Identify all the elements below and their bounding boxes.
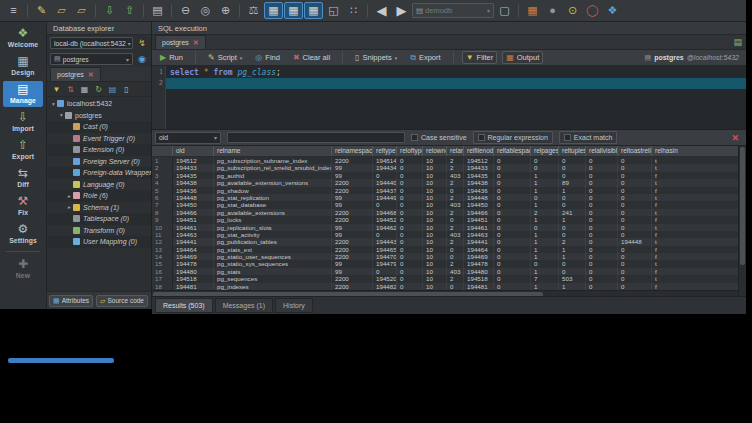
grid-columns-icon[interactable]: ▦: [284, 2, 303, 19]
column-header-relfilenode[interactable]: relfilenode: [464, 146, 494, 156]
cell-reloftype[interactable]: 0: [397, 172, 423, 179]
refresh-icon[interactable]: ↻: [93, 84, 104, 95]
cell-relfilenode[interactable]: 194438: [464, 179, 494, 186]
cell-oid[interactable]: 194436: [173, 187, 214, 194]
cell-relhasin[interactable]: t: [652, 194, 741, 201]
column-header-relam[interactable]: relam: [447, 146, 464, 156]
tree-item-postgres-db[interactable]: ▾postgres: [47, 110, 151, 122]
column-header-reltype[interactable]: reltype: [373, 146, 397, 156]
cell-relallvisible[interactable]: 0: [586, 275, 618, 282]
clear-all-button[interactable]: ✖Clear all: [289, 51, 334, 64]
cell-reltuples[interactable]: 89: [559, 179, 586, 186]
cell-reltablespace[interactable]: 0: [494, 209, 531, 216]
attributes-button[interactable]: ▦Attributes: [49, 295, 93, 307]
tab-sql-postgres[interactable]: postgres ✕: [155, 35, 206, 49]
cell-reltype[interactable]: 194437: [373, 187, 397, 194]
cell-oid[interactable]: 194450: [173, 201, 214, 208]
cell-reltablespace[interactable]: 0: [494, 246, 531, 253]
cell-reltype[interactable]: 194449: [373, 194, 397, 201]
cell-reloftype[interactable]: 0: [397, 216, 423, 223]
column-header-relnamespace[interactable]: relnamespace: [332, 146, 373, 156]
globe-icon[interactable]: ◉: [136, 53, 148, 65]
cell-reloftype[interactable]: 0: [397, 201, 423, 208]
cell-reloftype[interactable]: 0: [397, 238, 423, 245]
cell-relpages[interactable]: 7: [531, 275, 559, 282]
cell-relhasin[interactable]: t: [652, 179, 741, 186]
table-row[interactable]: 9194451pg_locks2200194452010019445101100…: [152, 216, 746, 223]
cell-relfilenode[interactable]: 194435: [464, 172, 494, 179]
cell-relhasin[interactable]: f: [652, 216, 741, 223]
cell-relpages[interactable]: 0: [531, 164, 559, 171]
cell-relam[interactable]: 0: [447, 246, 464, 253]
cell-reltoastrelid[interactable]: 0: [618, 253, 652, 260]
cell-oid[interactable]: 194435: [173, 172, 214, 179]
cell-reloftype[interactable]: 0: [397, 246, 423, 253]
cell-relam[interactable]: 2: [447, 209, 464, 216]
cell-reltype[interactable]: 194482: [373, 283, 397, 290]
new-editor-icon[interactable]: ▤: [733, 37, 742, 47]
cell-relallvisible[interactable]: 0: [586, 194, 618, 201]
cell-reltoastrelid[interactable]: 0: [618, 157, 652, 164]
grid-view-icon[interactable]: ▦: [264, 2, 283, 19]
recent-script-icon[interactable]: ▱: [72, 2, 91, 19]
filter-button[interactable]: ▼Filter: [462, 51, 498, 64]
cell-reltype[interactable]: 194452: [373, 216, 397, 223]
cell-relnamespace[interactable]: 99: [332, 260, 373, 267]
cell-reloftype[interactable]: 0: [397, 187, 423, 194]
cell-reltoastrelid[interactable]: 0: [618, 268, 652, 275]
tree-item-transform[interactable]: Transform (0): [47, 225, 151, 237]
horizontal-scrollbar-thumb[interactable]: [153, 292, 543, 296]
chevron-expanded-icon[interactable]: ▾: [50, 101, 57, 107]
table-row[interactable]: 12194441pg_publication_tables22001944430…: [152, 238, 746, 245]
column-header-relname[interactable]: relname: [214, 146, 332, 156]
cell-relpages[interactable]: 1: [531, 246, 559, 253]
cell-relallvisible[interactable]: 0: [586, 172, 618, 179]
cell-relam[interactable]: 2: [447, 194, 464, 201]
export-icon[interactable]: ⇧: [120, 2, 139, 19]
cell-relam[interactable]: 403: [447, 268, 464, 275]
cell-relnamespace[interactable]: 99: [332, 164, 373, 171]
cell-relhasin[interactable]: t: [652, 209, 741, 216]
cell-reltablespace[interactable]: 0: [494, 164, 531, 171]
script-button[interactable]: ✎Script▾: [204, 51, 246, 64]
column-header-relpages[interactable]: relpages: [531, 146, 559, 156]
donate-icon[interactable]: ⊙: [563, 2, 582, 19]
maximize-icon[interactable]: ◱: [324, 2, 343, 19]
cell-relpages[interactable]: 1: [531, 253, 559, 260]
cell-relallvisible[interactable]: 0: [586, 187, 618, 194]
cell-relhasin[interactable]: f: [652, 231, 741, 238]
snippets-button[interactable]: ▯Snippets▾: [351, 51, 401, 64]
cell-relowner[interactable]: 10: [423, 216, 447, 223]
cell-reltype[interactable]: 194443: [373, 238, 397, 245]
cell-reltuples[interactable]: 503: [559, 275, 586, 282]
cell-oid[interactable]: 194438: [173, 179, 214, 186]
cell-relpages[interactable]: 1: [531, 283, 559, 290]
table-row[interactable]: 7194450pg_stat_database99001040319445001…: [152, 201, 746, 208]
help-icon[interactable]: ◯: [583, 2, 602, 19]
table-row[interactable]: 6194448pg_stat_replication99194449010219…: [152, 194, 746, 201]
cell-relfilenode[interactable]: 194451: [464, 216, 494, 223]
cell-relname[interactable]: pg_available_extensions: [214, 209, 332, 216]
cell-reltoastrelid[interactable]: 0: [618, 194, 652, 201]
connect-icon[interactable]: ↯: [136, 37, 148, 49]
cell-reltablespace[interactable]: 0: [494, 253, 531, 260]
cell-reltuples[interactable]: 0: [559, 164, 586, 171]
hierarchy-icon[interactable]: ∷: [344, 2, 363, 19]
cell-reltablespace[interactable]: 0: [494, 187, 531, 194]
horizontal-scrollbar[interactable]: [152, 290, 746, 296]
cell-relowner[interactable]: 10: [423, 179, 447, 186]
cell-relpages[interactable]: 0: [531, 194, 559, 201]
cell-relallvisible[interactable]: 0: [586, 164, 618, 171]
cell-relhasin[interactable]: t: [652, 238, 741, 245]
cell-relfilenode[interactable]: 194441: [464, 238, 494, 245]
cell-reltuples[interactable]: 1: [559, 283, 586, 290]
cell-relhasin[interactable]: t: [652, 224, 741, 231]
chevron-collapsed-icon[interactable]: ▸: [66, 204, 73, 210]
table-row[interactable]: 4194438pg_available_extension_versions22…: [152, 179, 746, 186]
cell-reltoastrelid[interactable]: 0: [618, 275, 652, 282]
sidebar-item-design[interactable]: ▦Design: [3, 53, 43, 79]
cell-relnamespace[interactable]: 2200: [332, 238, 373, 245]
plugins-icon[interactable]: ❖: [603, 2, 622, 19]
cell-reltype[interactable]: 194514: [373, 157, 397, 164]
menu-icon[interactable]: ≡: [4, 2, 23, 19]
